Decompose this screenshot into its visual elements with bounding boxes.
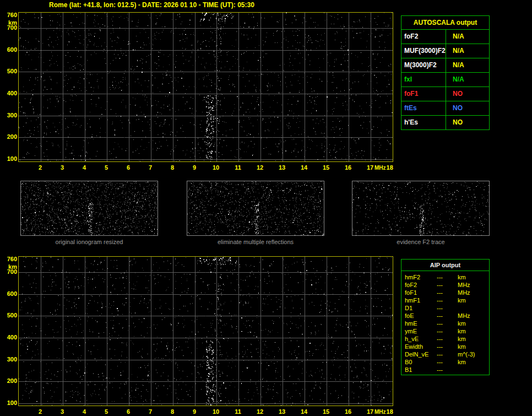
autoscala-row: h'EsNO: [401, 116, 490, 130]
autoscala-row: foF2N/A: [401, 30, 490, 44]
autoscala-row: MUF(3000)F2N/A: [401, 44, 490, 58]
x-tick-label: 18: [387, 408, 393, 415]
aip-param-name: foE: [401, 312, 437, 320]
x-tick-label: 18: [387, 164, 393, 171]
x-tick-label: 4: [79, 408, 90, 415]
aip-row: hmF2---km: [401, 273, 489, 281]
autoscala-rows: foF2N/AMUF(3000)F2N/AM(3000)F2N/AfxIN/Af…: [401, 30, 490, 130]
autoscala-row: M(3000)F2N/A: [401, 58, 490, 73]
x-tick-label: 6: [123, 408, 134, 415]
aip-output-table: hmF2---kmfoF2---MHzfoF1---MHzhmF1---kmD1…: [401, 271, 490, 375]
thumb-original-ionogram: [20, 181, 158, 236]
aip-row: DelN_vE---m^(-3): [401, 350, 489, 358]
aip-param-unit: km: [458, 358, 489, 366]
y-tick-label: 200: [0, 133, 17, 140]
x-tick-label: 16: [343, 408, 354, 415]
aip-param-name: ymE: [401, 327, 437, 335]
x-tick-label: 5: [101, 408, 112, 415]
aip-param-unit: km: [458, 273, 489, 281]
aip-row: foE---MHz: [401, 312, 489, 320]
aip-param-unit: km: [458, 343, 489, 350]
aip-param-name: hmE: [401, 320, 437, 327]
x-tick-label: 13: [276, 164, 287, 171]
x-axis-unit-and-last-tick: MHz18: [374, 408, 393, 415]
thumb-evidence-f2-trace: [352, 181, 490, 236]
x-axis-unit-and-last-tick: MHz18: [374, 164, 393, 171]
aip-param-value: ---: [437, 327, 458, 335]
aip-output-title: AIP output: [401, 259, 490, 271]
aip-param-unit: km: [458, 296, 489, 304]
aip-param-value: ---: [437, 304, 458, 312]
x-tick-label: 17: [365, 408, 376, 415]
aip-param-value: ---: [437, 320, 458, 327]
aip-param-value: ---: [437, 350, 458, 358]
autoscala-param-name: M(3000)F2: [401, 58, 446, 73]
x-axis-unit: MHz: [374, 165, 386, 171]
aip-param-unit: km: [458, 335, 489, 343]
autoscala-output-table: AUTOSCALA output foF2N/AMUF(3000)F2N/AM(…: [401, 15, 490, 130]
y-tick-label: 600: [0, 290, 17, 297]
autoscala-param-name: foF1: [401, 87, 446, 101]
aip-row: hmE---km: [401, 320, 489, 327]
x-tick-label: 15: [321, 408, 332, 415]
aip-row: foF1---MHz: [401, 289, 489, 296]
aip-param-name: h_vE: [401, 335, 437, 343]
y-tick-label: 100: [0, 155, 17, 162]
thumb-eliminate-reflections: [187, 181, 324, 236]
y-tick-label: 300: [0, 112, 17, 118]
autoscala-output-title: AUTOSCALA output: [401, 15, 490, 30]
aip-rows: hmF2---kmfoF2---MHzfoF1---MHzhmF1---kmD1…: [401, 273, 489, 374]
y-tick-label: 600: [0, 46, 17, 53]
autoscala-param-value: NO: [446, 101, 490, 116]
ionogram-canvas-top: [19, 13, 393, 161]
x-tick-label: 11: [232, 408, 243, 415]
ionogram-canvas-bottom: [19, 257, 393, 406]
y-tick-label: 200: [0, 377, 17, 384]
aip-row: D1---: [401, 304, 489, 312]
x-tick-label: 3: [57, 408, 68, 415]
x-tick-label: 8: [167, 164, 178, 171]
x-tick-label: 2: [35, 164, 46, 171]
y-tick-label: 760: [0, 12, 17, 18]
aip-param-unit: [458, 366, 489, 374]
aip-param-unit: km: [458, 327, 489, 335]
aip-param-name: B1: [401, 366, 437, 374]
screen: Rome (lat: +41.8, lon: 012.5) - DATE: 20…: [0, 0, 532, 416]
aip-param-name: hmF2: [401, 273, 437, 281]
autoscala-param-name: foF2: [401, 30, 446, 44]
x-tick-label: 10: [210, 408, 221, 415]
x-tick-label: 7: [145, 408, 156, 415]
x-tick-label: 2: [35, 408, 46, 415]
autoscala-param-value: N/A: [446, 44, 490, 58]
aip-param-name: DelN_vE: [401, 350, 437, 358]
aip-param-value: ---: [437, 281, 458, 289]
y-tick-label: 400: [0, 90, 17, 96]
aip-param-unit: MHz: [458, 312, 489, 320]
autoscala-param-value: NO: [446, 116, 490, 130]
x-tick-label: 14: [298, 408, 310, 415]
aip-param-unit: m^(-3): [458, 350, 489, 358]
x-axis-unit: MHz: [374, 409, 386, 415]
aip-param-unit: MHz: [458, 289, 489, 296]
ionogram-plot-bottom: [18, 256, 393, 406]
aip-row: Ewidth---km: [401, 343, 489, 350]
x-tick-label: 9: [189, 164, 200, 171]
aip-param-value: ---: [437, 335, 458, 343]
thumb-evidence-canvas: [352, 181, 489, 235]
aip-param-value: ---: [437, 273, 458, 281]
x-tick-label: 8: [167, 408, 178, 415]
x-tick-label: 17: [365, 164, 376, 171]
ionogram-plot-top: [18, 12, 393, 162]
aip-row: B0---km: [401, 358, 489, 366]
x-tick-label: 12: [254, 408, 265, 415]
thumb-caption-original: original ionogram resized: [20, 239, 158, 245]
y-axis-unit: km: [0, 19, 17, 26]
thumb-caption-eliminate: eliminate multiple reflections: [187, 239, 324, 245]
thumb-eliminate-canvas: [187, 181, 324, 235]
y-tick-label: 400: [0, 334, 17, 341]
autoscala-param-value: NO: [446, 87, 490, 101]
aip-row: foF2---MHz: [401, 281, 489, 289]
aip-param-name: foF1: [401, 289, 437, 296]
aip-param-value: ---: [437, 358, 458, 366]
y-tick-label: 500: [0, 312, 17, 318]
